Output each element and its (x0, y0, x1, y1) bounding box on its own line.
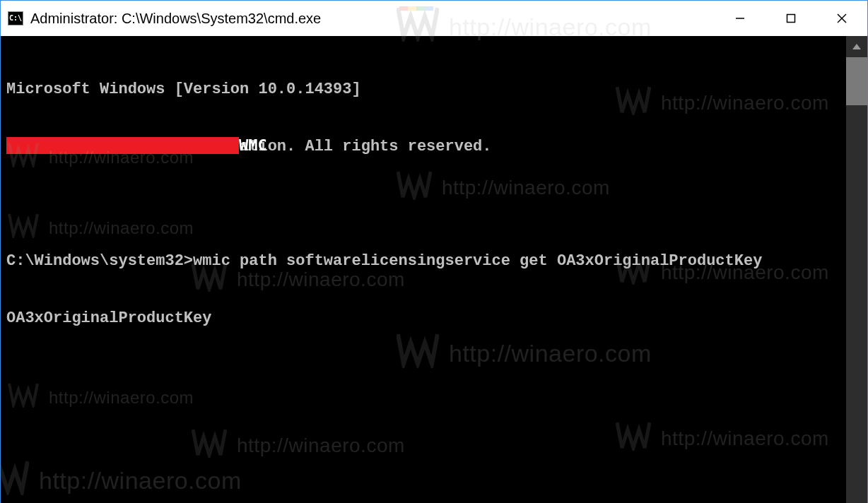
terminal-line (6, 366, 846, 385)
terminal-line: OA3xOriginalProductKey (6, 309, 846, 328)
scrollbar-track[interactable] (846, 57, 867, 503)
svg-rect-1 (787, 15, 795, 23)
terminal-line (6, 423, 846, 442)
window-title: Administrator: C:\Windows\System32\cmd.e… (30, 11, 321, 27)
scroll-up-button[interactable] (846, 36, 867, 57)
close-button[interactable] (816, 1, 867, 36)
command-prompt-window: C:\ Administrator: C:\Windows\System32\c… (0, 0, 868, 503)
terminal-line: Microsoft Windows [Version 10.0.14393] (6, 80, 846, 99)
scrollbar-thumb[interactable] (846, 57, 867, 105)
watermark: http://winaero.com (8, 382, 194, 413)
watermark: http://winaero.com (8, 213, 194, 244)
terminal-line (6, 194, 846, 213)
maximize-button[interactable] (766, 1, 816, 36)
titlebar[interactable]: C:\ Administrator: C:\Windows\System32\c… (1, 1, 867, 36)
terminal-line: C:\Windows\system32>wmic path softwareli… (6, 252, 846, 271)
cmd-icon: C:\ (8, 11, 23, 25)
terminal-output[interactable]: Microsoft Windows [Version 10.0.14393] (… (1, 36, 846, 503)
redaction-suffix-text: WMC (239, 138, 267, 153)
window-controls (715, 1, 867, 36)
vertical-scrollbar[interactable] (846, 36, 867, 503)
minimize-button[interactable] (715, 1, 766, 36)
terminal-line (6, 480, 846, 499)
redaction-bar (6, 137, 239, 154)
svg-marker-8 (852, 44, 861, 49)
client-area: Microsoft Windows [Version 10.0.14393] (… (1, 36, 867, 503)
